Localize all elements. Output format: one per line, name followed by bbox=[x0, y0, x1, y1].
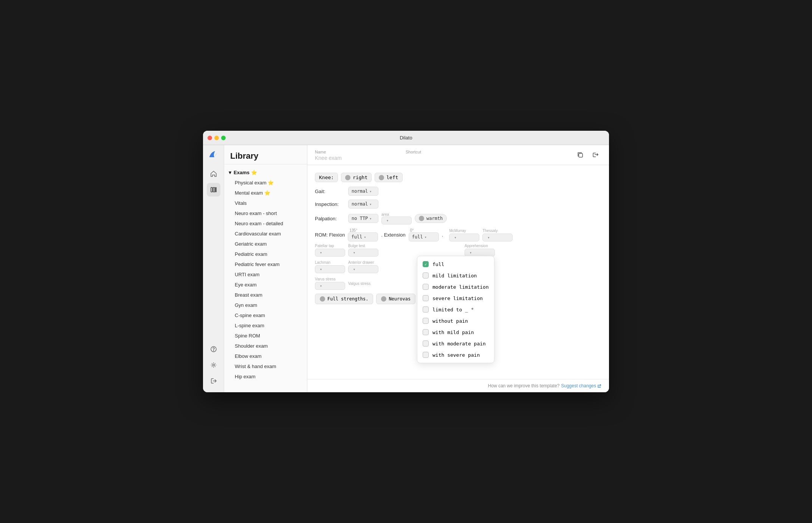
list-item[interactable]: Eye exam bbox=[224, 280, 307, 290]
main-header: Name Shortcut bbox=[307, 145, 609, 165]
neurovas-label: Neurovas bbox=[389, 296, 411, 302]
list-item[interactable]: L-spine exam bbox=[224, 320, 307, 331]
list-item[interactable]: URTI exam bbox=[224, 269, 307, 280]
popup-checkbox-mild-limitation bbox=[423, 272, 429, 279]
maximize-button[interactable] bbox=[221, 136, 226, 140]
list-item[interactable]: Wrist & hand exam bbox=[224, 361, 307, 371]
svg-rect-2 bbox=[215, 187, 216, 192]
list-item[interactable]: Neuro exam - detailed bbox=[224, 218, 307, 229]
mcmurray-group: McMurray ▾ Thessaly ▾ bbox=[449, 229, 513, 241]
list-item[interactable]: Breast exam bbox=[224, 290, 307, 300]
apprehension-dropdown[interactable]: ▾ bbox=[465, 249, 495, 257]
popup-checkbox-without-pain bbox=[423, 318, 429, 324]
library-list: ▾ Exams ⭐ Physical exam ⭐ Mental exam ⭐ … bbox=[224, 164, 307, 392]
minimize-button[interactable] bbox=[214, 136, 219, 140]
bulge-test-dropdown-arrow: ▾ bbox=[353, 251, 355, 255]
list-item[interactable]: Physical exam ⭐ bbox=[224, 178, 307, 188]
popup-item-label: severe limitation bbox=[432, 296, 483, 301]
gait-label: Gait: bbox=[315, 189, 345, 194]
list-item[interactable]: Cardiovascular exam bbox=[224, 229, 307, 239]
mcmurray-dropdown[interactable]: ▾ bbox=[449, 234, 479, 241]
list-item[interactable]: Pediatric fever exam bbox=[224, 259, 307, 269]
nav-home-icon[interactable] bbox=[207, 167, 220, 181]
svg-rect-1 bbox=[213, 187, 215, 192]
extension-dropdown[interactable]: full ▾ bbox=[409, 232, 439, 241]
nav-settings-icon[interactable] bbox=[207, 358, 220, 372]
list-item[interactable]: Geriatric exam bbox=[224, 239, 307, 249]
mcmurray-test: McMurray ▾ bbox=[449, 229, 479, 241]
gait-dropdown[interactable]: normal ▾ bbox=[348, 187, 378, 196]
suggest-changes-link[interactable]: Suggest changes bbox=[561, 383, 601, 388]
thessaly-label: Thessaly bbox=[482, 229, 513, 233]
gait-dropdown-arrow: ▾ bbox=[369, 189, 372, 193]
left-label: left bbox=[386, 175, 398, 180]
right-toggle[interactable]: right bbox=[341, 173, 372, 182]
varus-stress-dropdown[interactable]: ▾ bbox=[315, 282, 345, 290]
neurovas-button[interactable]: Neurovas bbox=[376, 294, 415, 304]
list-item[interactable]: Elbow exam bbox=[224, 351, 307, 361]
warmth-label: warmth bbox=[426, 216, 443, 221]
thessaly-dropdown[interactable]: ▾ bbox=[482, 234, 513, 241]
lachman-dropdown[interactable]: ▾ bbox=[315, 265, 345, 273]
list-item[interactable]: Neuro exam - short bbox=[224, 208, 307, 218]
inspection-dropdown-arrow: ▾ bbox=[369, 202, 372, 206]
left-toggle[interactable]: left bbox=[375, 173, 402, 182]
popup-item-without-pain[interactable]: without pain bbox=[417, 315, 494, 326]
lachman-dropdown-arrow: ▾ bbox=[320, 267, 322, 271]
nav-library-icon[interactable] bbox=[207, 183, 220, 197]
list-item[interactable]: Pediatric exam bbox=[224, 249, 307, 259]
list-item[interactable]: Shoulder exam bbox=[224, 341, 307, 351]
list-item[interactable]: Mental exam ⭐ bbox=[224, 188, 307, 198]
flexion-dropdown[interactable]: full ▾ bbox=[348, 232, 378, 241]
rom-row: ROM: Flexion 135° full ▾ . Extension 0° … bbox=[315, 228, 601, 241]
nav-help-icon[interactable] bbox=[207, 342, 220, 356]
popup-item-severe-limitation[interactable]: severe limitation bbox=[417, 292, 494, 304]
patellar-tap-dropdown[interactable]: ▾ bbox=[315, 249, 345, 257]
inspection-dropdown[interactable]: normal ▾ bbox=[348, 200, 378, 209]
window-title: Dilato bbox=[400, 135, 412, 141]
list-item[interactable]: Spine ROM bbox=[224, 331, 307, 341]
name-input[interactable] bbox=[315, 155, 398, 161]
thessaly-test: Thessaly ▾ bbox=[482, 229, 513, 241]
knee-label: Knee: bbox=[315, 173, 338, 182]
popup-item-severe-pain[interactable]: with severe pain bbox=[417, 349, 494, 361]
palpation-dropdown[interactable]: no TTP ▾ bbox=[348, 214, 378, 223]
svg-rect-6 bbox=[579, 153, 583, 157]
popup-item-mild-pain[interactable]: with mild pain bbox=[417, 326, 494, 338]
apprehension-dropdown-arrow: ▾ bbox=[470, 251, 472, 255]
nav-logout-icon[interactable] bbox=[207, 374, 220, 388]
shortcut-input[interactable] bbox=[406, 155, 519, 161]
anterior-drawer-label: Anterior drawer bbox=[348, 260, 378, 265]
warmth-button[interactable]: warmth bbox=[415, 214, 447, 223]
extension-label: . Extension bbox=[381, 232, 405, 238]
flexion-value: full bbox=[351, 234, 362, 240]
popup-item-moderate-pain[interactable]: with moderate pain bbox=[417, 338, 494, 349]
full-strengths-button[interactable]: Full strengths. bbox=[315, 294, 373, 304]
popup-item-full[interactable]: ✓ full bbox=[417, 258, 494, 270]
name-label: Name bbox=[315, 150, 398, 154]
list-item[interactable]: Vitals bbox=[224, 198, 307, 208]
patellar-tap-test: Patellar tap ▾ bbox=[315, 244, 345, 257]
popup-checkbox-moderate-pain bbox=[423, 340, 429, 347]
library-title: Library bbox=[224, 145, 307, 164]
list-item[interactable]: C-spine exam bbox=[224, 310, 307, 320]
popup-checkbox-limited-to bbox=[423, 306, 429, 313]
neurovas-toggle-circle bbox=[381, 296, 386, 302]
duplicate-button[interactable] bbox=[574, 149, 586, 161]
list-item[interactable]: Hip exam bbox=[224, 371, 307, 382]
inspection-label: Inspection: bbox=[315, 201, 345, 207]
right-toggle-circle bbox=[345, 175, 350, 180]
area-dropdown-arrow: ▾ bbox=[386, 218, 389, 223]
lachman-test: Lachman ▾ bbox=[315, 260, 345, 273]
anterior-drawer-dropdown[interactable]: ▾ bbox=[348, 265, 378, 273]
area-dropdown[interactable]: ▾ bbox=[381, 217, 412, 224]
share-button[interactable] bbox=[589, 149, 601, 161]
exams-section-header[interactable]: ▾ Exams ⭐ bbox=[224, 167, 307, 178]
close-button[interactable] bbox=[208, 136, 212, 140]
list-item[interactable]: Gyn exam bbox=[224, 300, 307, 310]
bulge-test-dropdown[interactable]: ▾ bbox=[348, 249, 378, 257]
popup-item-limited-to[interactable]: limited to _ ° bbox=[417, 304, 494, 315]
popup-item-label: with severe pain bbox=[432, 352, 480, 358]
popup-item-mild-limitation[interactable]: mild limitation bbox=[417, 270, 494, 281]
popup-item-moderate-limitation[interactable]: moderate limitation bbox=[417, 281, 494, 292]
